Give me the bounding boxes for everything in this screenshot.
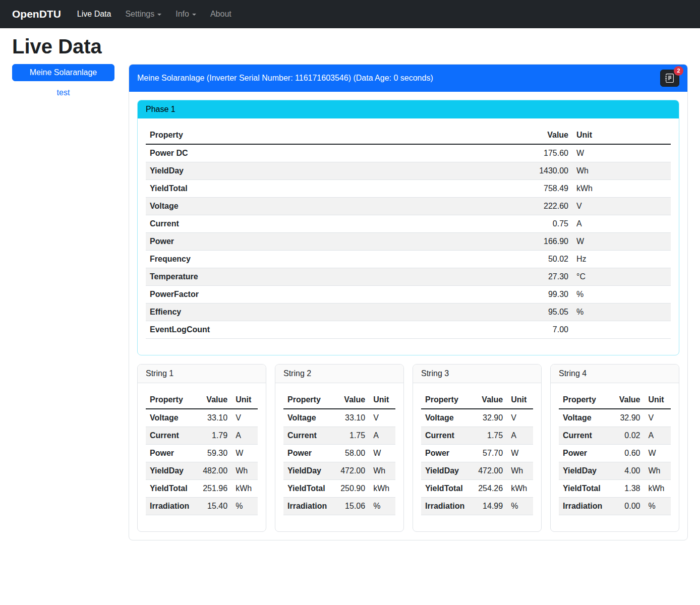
property-cell: YieldTotal xyxy=(559,480,606,498)
table-row: Voltage 222.60 V xyxy=(146,198,671,215)
unit-cell xyxy=(572,321,671,339)
value-cell: 472.00 xyxy=(331,462,369,480)
inverter-card-header: Meine Solaranlage (Inverter Serial Numbe… xyxy=(129,65,687,92)
property-cell: Power xyxy=(559,445,606,462)
col-property: Property xyxy=(283,391,331,409)
unit-cell: Wh xyxy=(572,162,671,180)
col-value: Value xyxy=(331,391,369,409)
col-value: Value xyxy=(193,391,231,409)
table-row: YieldDay 1430.00 Wh xyxy=(146,162,671,180)
table-row: YieldDay 472.00 Wh xyxy=(283,462,395,480)
value-cell: 175.60 xyxy=(507,144,572,162)
phase-1-title: Phase 1 xyxy=(138,100,679,118)
property-cell: Irradiation xyxy=(421,498,469,515)
property-cell: YieldDay xyxy=(283,462,331,480)
string-1-table: Property Value Unit xyxy=(146,391,258,515)
unit-cell: V xyxy=(507,409,533,427)
table-header-row: Property Value Unit xyxy=(283,391,395,409)
string-2-card: String 2 Property Value Unit xyxy=(275,364,404,532)
property-cell: Irradiation xyxy=(283,498,331,515)
unit-cell: Wh xyxy=(231,462,258,480)
property-cell: Current xyxy=(146,215,507,233)
value-cell: 15.06 xyxy=(331,498,369,515)
property-cell: YieldDay xyxy=(559,462,606,480)
table-row: YieldTotal 758.49 kWh xyxy=(146,180,671,198)
brand-logo[interactable]: OpenDTU xyxy=(12,8,61,20)
unit-cell: % xyxy=(507,498,533,515)
table-row: Power 166.90 W xyxy=(146,233,671,251)
property-cell: Current xyxy=(283,427,331,445)
value-cell: 1.75 xyxy=(331,427,369,445)
property-cell: Power DC xyxy=(146,144,507,162)
nav-live-data[interactable]: Live Data xyxy=(70,6,119,23)
phase-1-card: Phase 1 Property Value Unit xyxy=(137,100,679,355)
table-row: EventLogCount 7.00 xyxy=(146,321,671,339)
nav-settings[interactable]: Settings xyxy=(118,6,168,23)
unit-cell: °C xyxy=(572,268,671,286)
value-cell: 222.60 xyxy=(507,198,572,215)
unit-cell: kWh xyxy=(572,180,671,198)
string-2-title: String 2 xyxy=(275,365,403,383)
col-unit: Unit xyxy=(507,391,533,409)
table-row: YieldDay 482.00 Wh xyxy=(146,462,258,480)
chevron-down-icon xyxy=(192,14,196,16)
property-cell: Power xyxy=(146,445,193,462)
table-row: YieldDay 472.00 Wh xyxy=(421,462,533,480)
property-cell: Temperature xyxy=(146,268,507,286)
value-cell: 254.26 xyxy=(469,480,507,498)
value-cell: 0.75 xyxy=(507,215,572,233)
property-cell: YieldTotal xyxy=(146,480,193,498)
value-cell: 95.05 xyxy=(507,304,572,321)
unit-cell: Wh xyxy=(645,462,671,480)
table-row: Irradiation 0.00 % xyxy=(559,498,671,515)
property-cell: PowerFactor xyxy=(146,286,507,304)
table-header-row: Property Value Unit xyxy=(146,127,671,144)
table-row: Irradiation 14.99 % xyxy=(421,498,533,515)
string-2-table: Property Value Unit xyxy=(283,391,395,515)
value-cell: 1.79 xyxy=(193,427,231,445)
value-cell: 33.10 xyxy=(193,409,231,427)
eventlog-count-badge: 2 xyxy=(674,66,683,76)
unit-cell: % xyxy=(645,498,671,515)
nav-info-label: Info xyxy=(176,10,189,18)
value-cell: 14.99 xyxy=(469,498,507,515)
value-cell: 0.00 xyxy=(606,498,644,515)
col-property: Property xyxy=(146,391,193,409)
col-value: Value xyxy=(606,391,644,409)
col-unit: Unit xyxy=(645,391,671,409)
unit-cell: kWh xyxy=(507,480,533,498)
nav-about[interactable]: About xyxy=(203,6,239,23)
table-row: Power 58.00 W xyxy=(283,445,395,462)
col-property: Property xyxy=(559,391,606,409)
table-row: YieldDay 4.00 Wh xyxy=(559,462,671,480)
unit-cell: V xyxy=(369,409,395,427)
table-header-row: Property Value Unit xyxy=(146,391,258,409)
unit-cell: V xyxy=(231,409,258,427)
property-cell: Irradiation xyxy=(559,498,606,515)
table-row: Effiency 95.05 % xyxy=(146,304,671,321)
table-row: Frequency 50.02 Hz xyxy=(146,251,671,268)
unit-cell: W xyxy=(572,233,671,251)
col-value: Value xyxy=(507,127,572,144)
inverter-select-meine-solaranlage[interactable]: Meine Solaranlage xyxy=(12,64,114,81)
property-cell: Voltage xyxy=(559,409,606,427)
phase-table: Property Value Unit Power DC xyxy=(146,127,671,339)
inverter-card: Meine Solaranlage (Inverter Serial Numbe… xyxy=(129,64,688,540)
string-3-card: String 3 Property Value Unit xyxy=(413,364,542,532)
eventlog-button[interactable]: 2 xyxy=(660,70,679,87)
table-row: Voltage 33.10 V xyxy=(283,409,395,427)
unit-cell: V xyxy=(572,198,671,215)
inverter-select-test[interactable]: test xyxy=(12,88,114,97)
property-cell: YieldDay xyxy=(146,162,507,180)
table-row: PowerFactor 99.30 % xyxy=(146,286,671,304)
value-cell: 0.02 xyxy=(606,427,644,445)
col-unit: Unit xyxy=(572,127,671,144)
value-cell: 250.90 xyxy=(331,480,369,498)
property-cell: Current xyxy=(421,427,469,445)
table-row: YieldTotal 251.96 kWh xyxy=(146,480,258,498)
table-row: Irradiation 15.40 % xyxy=(146,498,258,515)
property-cell: YieldTotal xyxy=(421,480,469,498)
nav-info[interactable]: Info xyxy=(168,6,203,23)
journal-text-icon xyxy=(665,74,674,83)
property-cell: Power xyxy=(283,445,331,462)
